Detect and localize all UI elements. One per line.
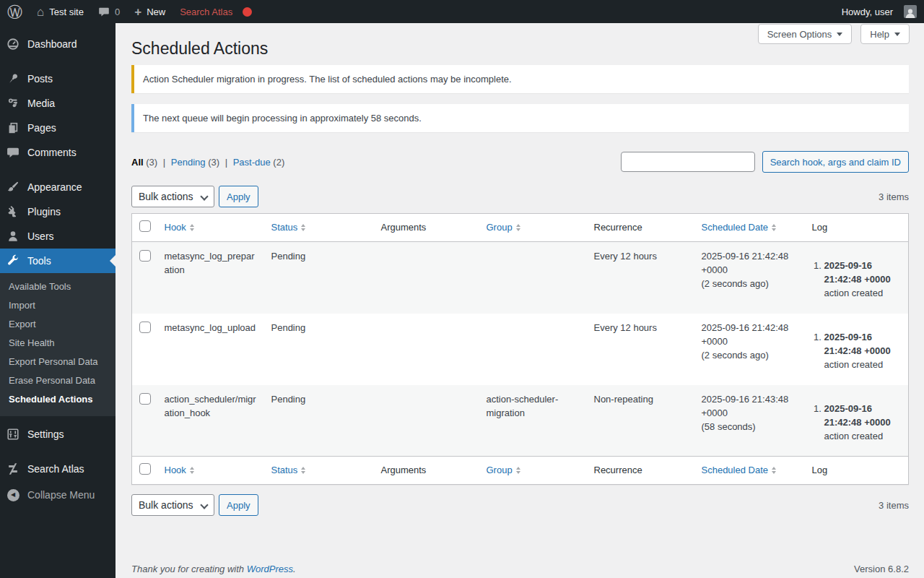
log-cell: 2025-09-16 21:42:48 +0000action created	[805, 314, 909, 385]
sort-scheduled-date-link[interactable]: Scheduled Date	[702, 464, 777, 477]
user-avatar	[904, 5, 917, 18]
sidebar-item-comments[interactable]: Comments	[0, 140, 116, 165]
sidebar-item-settings[interactable]: Settings	[0, 422, 116, 447]
filter-past-due-link[interactable]: Past-due	[233, 157, 271, 168]
chevron-down-icon	[837, 33, 842, 36]
submenu-item-scheduled-actions[interactable]: Scheduled Actions	[0, 390, 116, 409]
submenu-item-import[interactable]: Import	[0, 296, 116, 315]
comments-count: 0	[115, 7, 120, 17]
help-button[interactable]: Help	[860, 24, 910, 44]
submenu-item-site-health[interactable]: Site Health	[0, 334, 116, 353]
sort-arrows-icon	[190, 224, 194, 231]
paintbrush-icon	[6, 181, 20, 194]
notice-text: The next queue will begin processing in …	[143, 113, 422, 124]
howdy-label: Howdy, user	[842, 7, 893, 17]
search-atlas-adminbar-link[interactable]: Search Atlas	[173, 0, 259, 23]
comments-link[interactable]: 0	[91, 0, 127, 23]
scheduled-relative-time: (58 seconds)	[702, 420, 798, 434]
scheduled-relative-time: (2 seconds ago)	[702, 277, 798, 290]
hook-cell: metasync_log_preparation	[157, 242, 264, 314]
group-cell	[479, 314, 587, 385]
scheduled-date: 2025-09-16 21:42:48 +0000	[702, 249, 798, 277]
sort-hook-link[interactable]: Hook	[165, 221, 194, 234]
search-input[interactable]	[621, 152, 755, 172]
sidebar-item-posts[interactable]: Posts	[0, 66, 116, 91]
sort-arrows-icon	[301, 467, 305, 474]
items-count: 3 items	[879, 191, 909, 202]
sidebar-item-search-atlas[interactable]: Search Atlas	[0, 457, 116, 481]
arguments-cell	[374, 314, 479, 385]
log-entry-date: 2025-09-16 21:42:48 +0000	[824, 403, 891, 428]
sidebar-item-users[interactable]: Users	[0, 224, 116, 249]
site-name-link[interactable]: ⌂ Test site	[30, 0, 91, 23]
sort-arrows-icon	[516, 467, 520, 474]
row-checkbox[interactable]	[139, 322, 151, 333]
group-cell: action-scheduler-migration	[479, 385, 587, 457]
sidebar-item-pages[interactable]: Pages	[0, 116, 116, 140]
log-entry-text: action created	[824, 429, 902, 443]
recurrence-cell: Every 12 hours	[587, 242, 694, 314]
sort-arrows-icon	[516, 224, 520, 231]
row-checkbox[interactable]	[139, 393, 151, 405]
search-box: Search hook, args and claim ID	[621, 151, 909, 173]
submenu-item-export[interactable]: Export	[0, 315, 116, 334]
table-row: metasync_log_preparation Pending Every 1…	[132, 242, 909, 314]
dashboard-icon	[6, 38, 20, 51]
scheduled-actions-table: Hook Status Arguments Group Recurrence S…	[131, 213, 909, 485]
log-entry-date: 2025-09-16 21:42:48 +0000	[824, 332, 891, 356]
sort-status-link[interactable]: Status	[271, 221, 306, 234]
scheduled-relative-time: (2 seconds ago)	[702, 348, 798, 362]
sort-hook-link[interactable]: Hook	[165, 464, 194, 477]
sidebar-item-plugins[interactable]: Plugins	[0, 199, 116, 224]
tools-submenu: Available Tools Import Export Site Healt…	[0, 273, 116, 416]
submenu-item-available-tools[interactable]: Available Tools	[0, 277, 116, 296]
filter-pending-link[interactable]: Pending	[171, 157, 206, 168]
sidebar-item-dashboard[interactable]: Dashboard	[0, 32, 116, 56]
apply-button[interactable]: Apply	[219, 186, 258, 207]
my-account-link[interactable]: Howdy, user	[834, 0, 917, 23]
bulk-actions-select[interactable]: Bulk actions	[131, 494, 214, 516]
sidebar-item-label: Dashboard	[27, 38, 77, 50]
chevron-down-icon	[894, 33, 900, 36]
sidebar-item-tools[interactable]: Tools	[0, 249, 116, 273]
new-content-button[interactable]: + New	[127, 0, 173, 23]
notice-text: Action Scheduler migration in progress. …	[143, 74, 512, 85]
recurrence-cell: Every 12 hours	[587, 314, 694, 385]
pushpin-icon	[6, 72, 20, 85]
sort-group-link[interactable]: Group	[487, 221, 520, 234]
submenu-item-erase-personal-data[interactable]: Erase Personal Data	[0, 371, 116, 390]
status-cell: Pending	[264, 385, 374, 457]
items-count: 3 items	[879, 500, 909, 511]
collapse-menu-button[interactable]: ◀ Collapse Menu	[0, 483, 116, 507]
apply-button[interactable]: Apply	[219, 494, 258, 516]
log-cell: 2025-09-16 21:42:48 +0000action created	[805, 242, 909, 314]
select-all-checkbox[interactable]	[139, 463, 151, 475]
sidebar-item-label: Media	[27, 98, 55, 109]
row-checkbox[interactable]	[139, 250, 151, 262]
sidebar-item-appearance[interactable]: Appearance	[0, 175, 116, 199]
plug-icon	[6, 205, 20, 218]
wordpress-link[interactable]: WordPress	[247, 564, 293, 574]
table-header-row: Hook Status Arguments Group Recurrence S…	[132, 214, 909, 242]
home-icon: ⌂	[37, 6, 44, 18]
search-submit-button[interactable]: Search hook, args and claim ID	[762, 151, 909, 173]
log-entry-text: action created	[824, 358, 902, 371]
select-all-checkbox[interactable]	[139, 220, 151, 232]
menu-separator	[0, 165, 116, 175]
sort-status-link[interactable]: Status	[271, 464, 306, 477]
sort-scheduled-date-link[interactable]: Scheduled Date	[702, 221, 777, 234]
wordpress-menu-button[interactable]: Ⓦ	[0, 0, 30, 23]
sort-arrows-icon	[772, 224, 776, 231]
sort-group-link[interactable]: Group	[487, 464, 520, 477]
bulk-actions-select[interactable]: Bulk actions	[131, 186, 214, 207]
screen-options-button[interactable]: Screen Options	[758, 24, 853, 44]
sidebar-item-label: Settings	[27, 428, 64, 440]
submenu-item-export-personal-data[interactable]: Export Personal Data	[0, 353, 116, 371]
sort-arrows-icon	[301, 224, 305, 231]
help-label: Help	[870, 29, 889, 40]
column-header-log: Log	[805, 457, 909, 485]
sidebar-item-media[interactable]: Media	[0, 91, 116, 116]
menu-separator	[0, 56, 116, 66]
filter-all-link[interactable]: All	[131, 157, 144, 168]
sidebar-item-label: Users	[27, 230, 54, 242]
